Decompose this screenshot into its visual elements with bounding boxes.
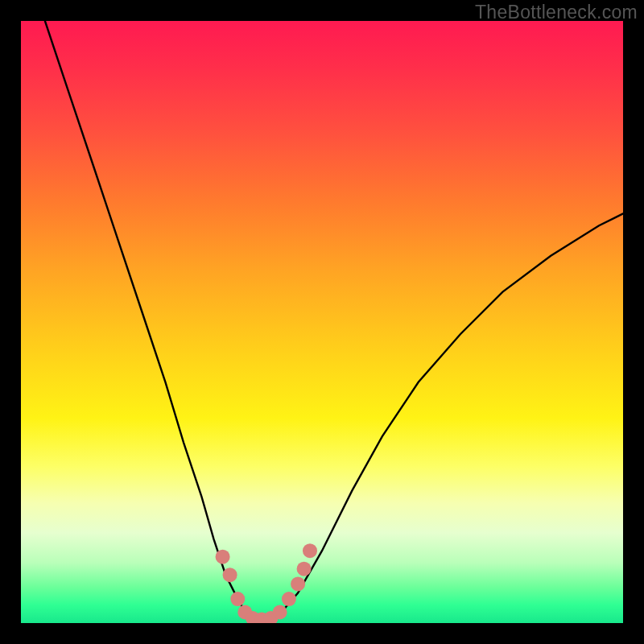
highlight-dot xyxy=(282,592,296,606)
chart-frame: TheBottleneck.com xyxy=(0,0,644,644)
highlight-dot xyxy=(230,592,245,606)
highlight-dot xyxy=(303,543,317,558)
highlight-dot xyxy=(223,568,237,582)
highlight-dot xyxy=(297,562,312,576)
bottleneck-curve xyxy=(45,21,623,620)
watermark-text: TheBottleneck.com xyxy=(475,2,638,23)
highlight-dot xyxy=(273,605,287,620)
chart-svg xyxy=(21,21,623,623)
highlight-dot xyxy=(216,550,230,564)
plot-area xyxy=(21,21,623,623)
highlight-dot xyxy=(291,576,305,591)
